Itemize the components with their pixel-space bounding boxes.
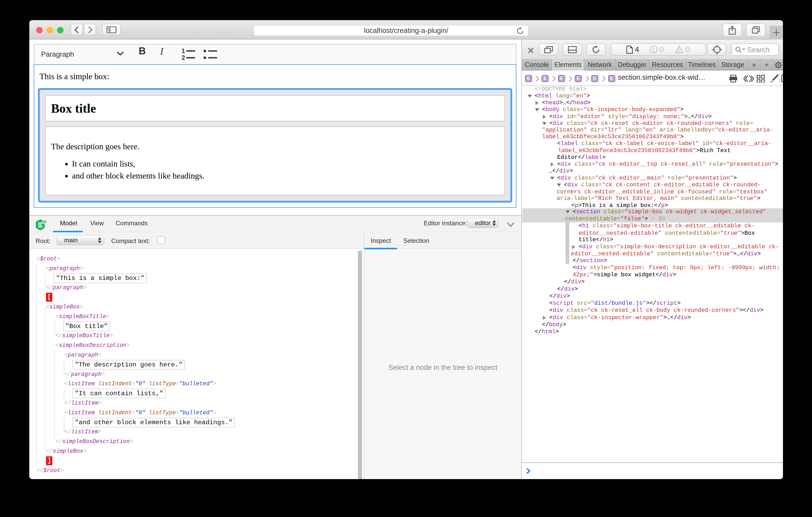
svg-text:2: 2	[181, 54, 185, 61]
svg-text:1: 1	[181, 47, 185, 54]
svg-text:5: 5	[44, 220, 46, 224]
